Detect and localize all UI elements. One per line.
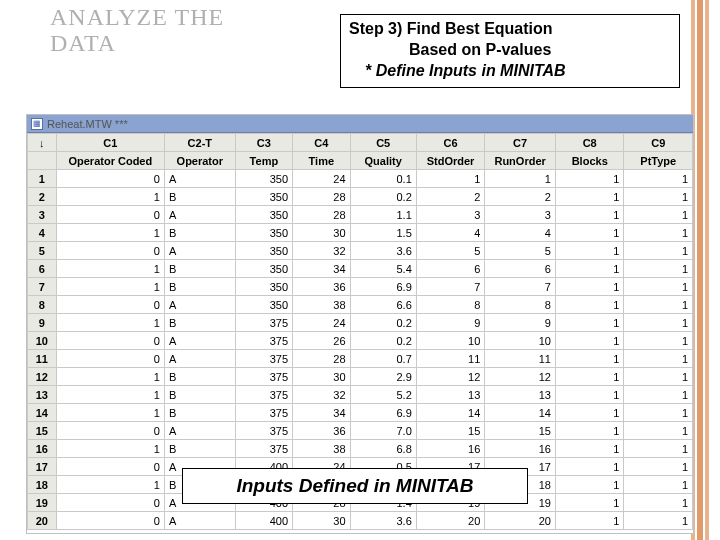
col-name-blocks[interactable]: Blocks	[555, 152, 623, 170]
table-row[interactable]: 50A350323.65511	[28, 242, 693, 260]
col-header-c3[interactable]: C3	[235, 134, 292, 152]
col-header-c7[interactable]: C7	[485, 134, 556, 152]
cell-operator[interactable]: A	[164, 512, 235, 530]
cell-stdorder[interactable]: 8	[416, 296, 484, 314]
cell-stdorder[interactable]: 20	[416, 512, 484, 530]
cell-operator[interactable]: B	[164, 224, 235, 242]
cell-time[interactable]: 36	[293, 422, 350, 440]
cell-time[interactable]: 32	[293, 242, 350, 260]
col-name-operator[interactable]: Operator	[164, 152, 235, 170]
table-row[interactable]: 161B375386.8161611	[28, 440, 693, 458]
cell-operator-coded[interactable]: 0	[56, 458, 164, 476]
col-name-operator-coded[interactable]: Operator Coded	[56, 152, 164, 170]
row-header[interactable]: 3	[28, 206, 57, 224]
row-header[interactable]: 9	[28, 314, 57, 332]
cell-temp[interactable]: 375	[235, 404, 292, 422]
table-row[interactable]: 61B350345.46611	[28, 260, 693, 278]
row-header[interactable]: 5	[28, 242, 57, 260]
cell-blocks[interactable]: 1	[555, 368, 623, 386]
row-header[interactable]: 2	[28, 188, 57, 206]
cell-temp[interactable]: 400	[235, 512, 292, 530]
cell-pttype[interactable]: 1	[624, 512, 693, 530]
col-name-stdorder[interactable]: StdOrder	[416, 152, 484, 170]
cell-pttype[interactable]: 1	[624, 224, 693, 242]
col-header-c6[interactable]: C6	[416, 134, 484, 152]
corner-cell[interactable]: ↓	[28, 134, 57, 152]
cell-operator[interactable]: B	[164, 368, 235, 386]
cell-stdorder[interactable]: 10	[416, 332, 484, 350]
cell-operator-coded[interactable]: 1	[56, 314, 164, 332]
cell-time[interactable]: 38	[293, 440, 350, 458]
cell-blocks[interactable]: 1	[555, 404, 623, 422]
cell-operator[interactable]: A	[164, 422, 235, 440]
col-name-runorder[interactable]: RunOrder	[485, 152, 556, 170]
cell-stdorder[interactable]: 13	[416, 386, 484, 404]
row-header[interactable]: 20	[28, 512, 57, 530]
cell-stdorder[interactable]: 2	[416, 188, 484, 206]
cell-temp[interactable]: 375	[235, 440, 292, 458]
cell-operator[interactable]: A	[164, 242, 235, 260]
cell-blocks[interactable]: 1	[555, 170, 623, 188]
col-header-c9[interactable]: C9	[624, 134, 693, 152]
cell-operator[interactable]: B	[164, 404, 235, 422]
row-header[interactable]: 11	[28, 350, 57, 368]
cell-operator[interactable]: A	[164, 170, 235, 188]
cell-blocks[interactable]: 1	[555, 278, 623, 296]
cell-time[interactable]: 30	[293, 512, 350, 530]
cell-temp[interactable]: 350	[235, 206, 292, 224]
cell-blocks[interactable]: 1	[555, 458, 623, 476]
cell-operator-coded[interactable]: 1	[56, 188, 164, 206]
table-row[interactable]: 110A375280.7111111	[28, 350, 693, 368]
cell-blocks[interactable]: 1	[555, 512, 623, 530]
row-header[interactable]: 19	[28, 494, 57, 512]
cell-temp[interactable]: 350	[235, 296, 292, 314]
cell-runorder[interactable]: 3	[485, 206, 556, 224]
cell-pttype[interactable]: 1	[624, 170, 693, 188]
cell-stdorder[interactable]: 15	[416, 422, 484, 440]
cell-pttype[interactable]: 1	[624, 404, 693, 422]
cell-blocks[interactable]: 1	[555, 206, 623, 224]
cell-pttype[interactable]: 1	[624, 332, 693, 350]
table-row[interactable]: 141B375346.9141411	[28, 404, 693, 422]
col-header-c4[interactable]: C4	[293, 134, 350, 152]
cell-quality[interactable]: 0.2	[350, 188, 416, 206]
cell-runorder[interactable]: 6	[485, 260, 556, 278]
cell-stdorder[interactable]: 4	[416, 224, 484, 242]
cell-blocks[interactable]: 1	[555, 188, 623, 206]
col-header-c1[interactable]: C1	[56, 134, 164, 152]
cell-operator-coded[interactable]: 1	[56, 278, 164, 296]
cell-operator-coded[interactable]: 0	[56, 332, 164, 350]
cell-quality[interactable]: 3.6	[350, 512, 416, 530]
table-row[interactable]: 91B375240.29911	[28, 314, 693, 332]
cell-blocks[interactable]: 1	[555, 422, 623, 440]
cell-operator-coded[interactable]: 0	[56, 206, 164, 224]
cell-pttype[interactable]: 1	[624, 206, 693, 224]
cell-quality[interactable]: 7.0	[350, 422, 416, 440]
cell-pttype[interactable]: 1	[624, 476, 693, 494]
cell-operator[interactable]: B	[164, 440, 235, 458]
cell-operator[interactable]: A	[164, 332, 235, 350]
cell-blocks[interactable]: 1	[555, 224, 623, 242]
cell-pttype[interactable]: 1	[624, 368, 693, 386]
cell-runorder[interactable]: 12	[485, 368, 556, 386]
cell-operator-coded[interactable]: 1	[56, 440, 164, 458]
row-header[interactable]: 13	[28, 386, 57, 404]
cell-temp[interactable]: 375	[235, 368, 292, 386]
cell-operator-coded[interactable]: 0	[56, 350, 164, 368]
table-row[interactable]: 41B350301.54411	[28, 224, 693, 242]
cell-runorder[interactable]: 2	[485, 188, 556, 206]
cell-quality[interactable]: 6.6	[350, 296, 416, 314]
cell-operator[interactable]: B	[164, 386, 235, 404]
cell-blocks[interactable]: 1	[555, 242, 623, 260]
table-row[interactable]: 200A400303.6202011	[28, 512, 693, 530]
cell-quality[interactable]: 3.6	[350, 242, 416, 260]
cell-runorder[interactable]: 11	[485, 350, 556, 368]
cell-time[interactable]: 28	[293, 206, 350, 224]
col-name-time[interactable]: Time	[293, 152, 350, 170]
cell-operator-coded[interactable]: 0	[56, 170, 164, 188]
cell-operator[interactable]: A	[164, 350, 235, 368]
cell-pttype[interactable]: 1	[624, 296, 693, 314]
cell-temp[interactable]: 375	[235, 422, 292, 440]
col-name-quality[interactable]: Quality	[350, 152, 416, 170]
col-header-c8[interactable]: C8	[555, 134, 623, 152]
